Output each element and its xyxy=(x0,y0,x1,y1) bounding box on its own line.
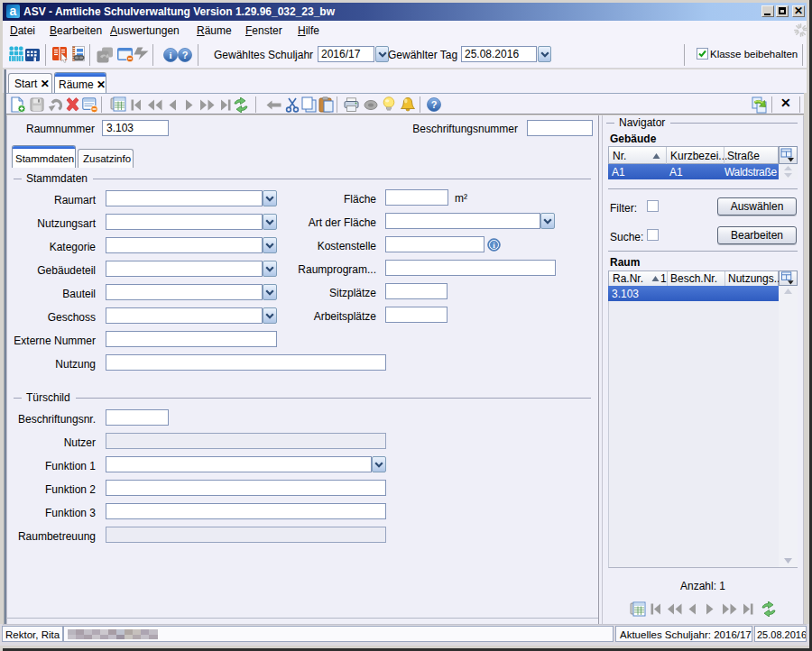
svg-text:?: ? xyxy=(431,99,438,110)
svg-text:?: ? xyxy=(182,50,189,60)
svg-text:i: i xyxy=(169,50,171,60)
